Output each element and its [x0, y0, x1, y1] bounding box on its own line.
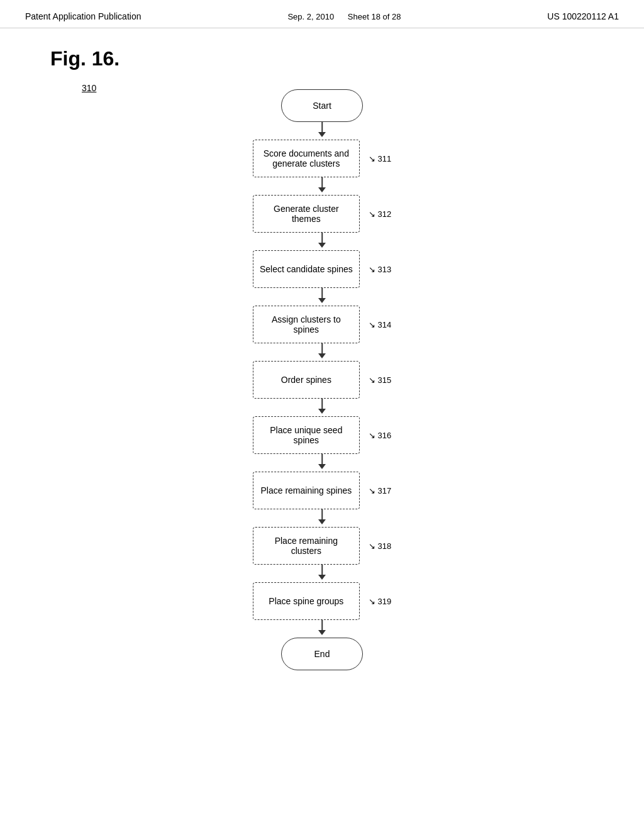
node-row-end: End	[281, 638, 363, 670]
header-date: Sep. 2, 2010	[287, 12, 334, 21]
header-sheet: Sheet 18 of 28	[348, 12, 401, 21]
node-319: Place spine groups	[253, 582, 360, 620]
node-row-313: Select candidate spines ↘ 313	[253, 250, 391, 288]
label-315: ↘ 315	[369, 375, 391, 385]
arrow-1	[269, 177, 375, 195]
node-start: Start	[281, 89, 363, 122]
label-317: ↘ 317	[369, 486, 391, 495]
node-row-318: Place remaining clusters ↘ 318	[253, 527, 391, 565]
arrow-6	[269, 454, 375, 472]
label-319: ↘ 319	[369, 597, 391, 606]
node-row-312: Generate cluster themes ↘ 312	[253, 195, 391, 233]
node-312: Generate cluster themes	[253, 195, 360, 233]
node-317: Place remaining spines	[253, 472, 360, 509]
node-318: Place remaining clusters	[253, 527, 360, 565]
arrow-3	[269, 288, 375, 306]
node-row-314: Assign clusters to spines ↘ 314	[253, 306, 391, 343]
node-316: Place unique seed spines	[253, 416, 360, 454]
node-313: Select candidate spines	[253, 250, 360, 288]
node-315: Order spines	[253, 361, 360, 399]
arrow-0	[269, 122, 375, 140]
arrow-5	[269, 399, 375, 416]
node-row-315: Order spines ↘ 315	[253, 361, 391, 399]
label-311: ↘ 311	[369, 154, 391, 163]
header-left: Patent Application Publication	[25, 11, 141, 21]
header-center: Sep. 2, 2010 Sheet 18 of 28	[287, 12, 401, 21]
arrow-2	[269, 233, 375, 250]
flowchart: Start Score documents and generate clust…	[253, 89, 391, 670]
node-row-316: Place unique seed spines ↘ 316	[253, 416, 391, 454]
ref-label: 310	[82, 83, 96, 93]
node-row-start: Start	[281, 89, 363, 122]
fig-title: Fig. 16.	[0, 28, 644, 77]
label-312: ↘ 312	[369, 209, 391, 219]
label-314: ↘ 314	[369, 320, 391, 329]
arrow-4	[269, 343, 375, 361]
label-318: ↘ 318	[369, 541, 391, 551]
node-row-311: Score documents and generate clusters ↘ …	[253, 140, 391, 177]
diagram-container: 310 Start Score documents and generate c…	[0, 77, 644, 670]
label-313: ↘ 313	[369, 265, 391, 274]
header: Patent Application Publication Sep. 2, 2…	[0, 0, 644, 28]
node-row-319: Place spine groups ↘ 319	[253, 582, 391, 620]
label-316: ↘ 316	[369, 431, 391, 440]
arrow-8	[269, 565, 375, 582]
arrow-7	[269, 509, 375, 527]
node-row-317: Place remaining spines ↘ 317	[253, 472, 391, 509]
node-314: Assign clusters to spines	[253, 306, 360, 343]
arrow-9	[269, 620, 375, 638]
node-311: Score documents and generate clusters	[253, 140, 360, 177]
header-right: US 100220112 A1	[547, 11, 619, 21]
node-end: End	[281, 638, 363, 670]
